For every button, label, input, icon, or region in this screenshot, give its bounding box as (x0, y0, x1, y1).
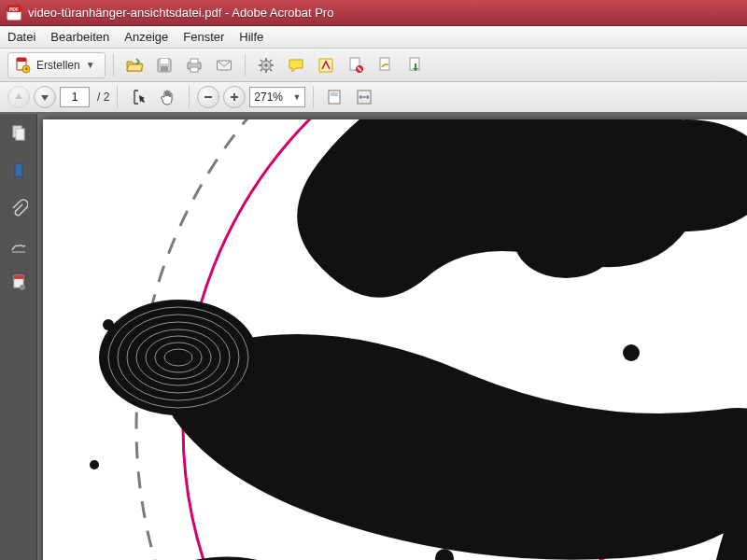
signatures-panel-button[interactable] (7, 233, 31, 258)
svg-point-40 (20, 285, 25, 290)
svg-point-15 (264, 63, 267, 66)
create-button[interactable]: ✦ Erstellen ▼ (7, 52, 106, 78)
cert-button[interactable] (343, 52, 369, 78)
separator (313, 86, 314, 108)
select-tool-button[interactable] (125, 84, 151, 110)
bookmark-icon (9, 161, 28, 180)
svg-rect-12 (190, 67, 198, 72)
text-select-icon (129, 88, 148, 106)
separator (113, 54, 114, 77)
svg-rect-8 (161, 59, 168, 63)
printer-icon (185, 56, 204, 75)
toolbar-primary: ✦ Erstellen ▼ (0, 49, 747, 82)
page-number-input[interactable] (60, 87, 90, 107)
sign-button[interactable] (373, 52, 399, 78)
svg-rect-32 (233, 93, 235, 101)
pdf-page (43, 119, 747, 560)
svg-rect-30 (204, 96, 212, 98)
toolbar-navigation: / 2 271% ▼ (0, 82, 747, 114)
export-icon (406, 56, 425, 75)
menubar: Datei Bearbeiten Anzeige Fenster Hilfe (0, 26, 747, 49)
hand-tool-button[interactable] (155, 84, 181, 110)
titlebar: PDF video-türanhänger-ansichtsdatei.pdf … (0, 0, 747, 26)
svg-point-46 (514, 203, 617, 278)
speech-bubble-icon (287, 56, 305, 75)
menu-file[interactable]: Datei (7, 30, 35, 44)
chevron-down-icon: ▼ (292, 92, 301, 102)
paperclip-icon (9, 199, 28, 217)
separator (189, 86, 190, 108)
print-button[interactable] (181, 52, 207, 78)
svg-rect-11 (190, 59, 198, 63)
certificate-icon (346, 56, 365, 75)
comment-button[interactable] (283, 52, 309, 78)
page-thumb-icon (9, 124, 28, 143)
prev-page-button[interactable] (7, 86, 30, 108)
fit-page-icon (325, 88, 344, 106)
attachments-panel-button[interactable] (7, 196, 31, 220)
document-icon (9, 273, 28, 292)
zoom-level-select[interactable]: 271% ▼ (249, 87, 305, 107)
svg-line-23 (261, 69, 262, 71)
pdf-app-icon: PDF (6, 5, 22, 21)
zoom-out-button[interactable] (197, 86, 219, 108)
svg-point-47 (99, 300, 258, 415)
navigation-panel (0, 114, 37, 560)
export-button[interactable] (402, 52, 429, 78)
svg-point-65 (90, 460, 99, 469)
prefs-button[interactable] (253, 52, 279, 78)
fit-width-button[interactable] (351, 84, 377, 110)
highlight-icon (317, 56, 335, 75)
mail-button[interactable] (211, 52, 237, 78)
fit-page-button[interactable] (321, 84, 347, 110)
separator (117, 86, 118, 108)
svg-rect-34 (331, 92, 338, 96)
svg-rect-9 (161, 66, 168, 71)
svg-point-55 (99, 541, 324, 560)
svg-point-67 (623, 344, 640, 361)
fit-width-icon (355, 88, 374, 106)
document-viewport[interactable] (37, 114, 747, 560)
content-area (0, 114, 747, 560)
thumbnails-panel-button[interactable] (7, 121, 31, 146)
signature-icon (9, 236, 28, 255)
svg-line-20 (261, 60, 262, 62)
arrow-down-icon (39, 91, 50, 103)
page-total-label: / 2 (97, 91, 109, 104)
menu-edit[interactable]: Bearbeiten (50, 30, 109, 44)
create-button-label: Erstellen (36, 59, 80, 72)
menu-help[interactable]: Hilfe (239, 30, 263, 44)
svg-rect-39 (14, 275, 23, 279)
highlight-button[interactable] (313, 52, 339, 78)
svg-rect-4 (17, 58, 26, 62)
bookmarks-panel-button[interactable] (7, 159, 31, 183)
svg-point-68 (523, 515, 534, 526)
svg-point-64 (103, 319, 114, 330)
hand-icon (159, 88, 177, 106)
envelope-icon (215, 56, 233, 75)
gear-icon (257, 56, 275, 75)
menu-view[interactable]: Anzeige (124, 30, 168, 44)
chevron-down-icon: ▼ (86, 60, 95, 70)
zoom-in-button[interactable] (223, 86, 246, 108)
next-page-button[interactable] (34, 86, 56, 108)
zoom-level-value: 271% (254, 91, 283, 104)
save-button[interactable] (151, 52, 177, 78)
svg-line-21 (270, 69, 272, 71)
sign-icon (376, 56, 395, 75)
svg-rect-37 (16, 129, 24, 140)
svg-line-22 (270, 60, 272, 62)
separator (245, 54, 246, 77)
doc-panel-button[interactable] (7, 271, 31, 295)
menu-window[interactable]: Fenster (183, 30, 224, 44)
svg-text:PDF: PDF (9, 7, 19, 12)
svg-text:✦: ✦ (24, 66, 29, 72)
floppy-icon (155, 56, 174, 75)
arrow-up-icon (13, 91, 24, 103)
svg-point-69 (435, 549, 454, 560)
plus-icon (229, 91, 240, 103)
page-artwork (43, 119, 747, 560)
svg-point-66 (317, 225, 330, 238)
open-button[interactable] (121, 52, 148, 78)
folder-open-icon (125, 56, 144, 75)
